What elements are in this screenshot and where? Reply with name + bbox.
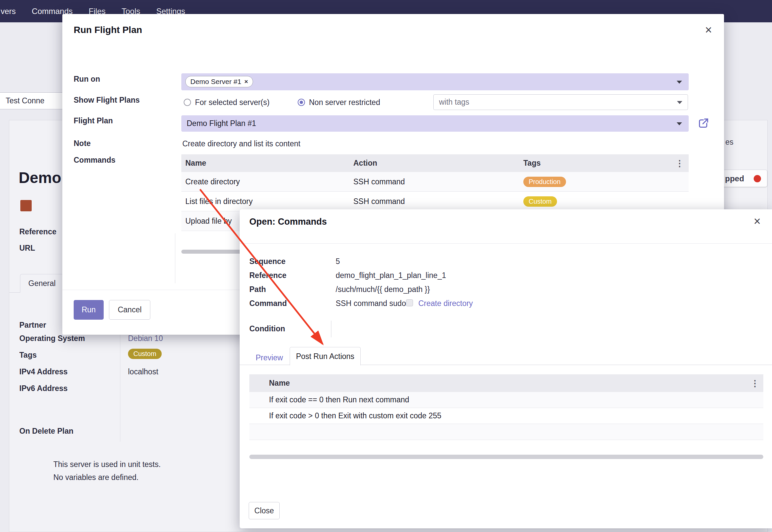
cell-action: SSH command (353, 197, 523, 206)
tags-label: Tags (19, 351, 37, 360)
ipv4-label: IPv4 Address (19, 367, 68, 376)
flight-plan-select[interactable]: Demo Flight Plan #1 (181, 115, 689, 132)
tab-preview[interactable]: Preview (250, 351, 288, 365)
command-value: SSH command sudo (336, 299, 406, 308)
external-link-icon[interactable] (697, 117, 709, 129)
tab-post-run-actions[interactable]: Post Run Actions (290, 347, 361, 365)
close-button[interactable]: Close (249, 502, 280, 519)
tab-general[interactable]: General (20, 274, 63, 293)
server-tag-label: Demo Server #1 (190, 78, 241, 86)
radio-selected-servers[interactable] (184, 99, 191, 106)
radio-non-server-restricted-label[interactable]: Non server restricted (309, 98, 380, 107)
col-name-header: Name (181, 159, 353, 168)
remove-tag-icon[interactable]: × (244, 78, 248, 85)
cancel-button[interactable]: Cancel (109, 300, 150, 320)
partner-label: Partner (19, 321, 46, 330)
server-page-title: Demo (19, 169, 61, 187)
os-value[interactable]: Debian 10 (128, 334, 163, 343)
col-tags-header: Tags (523, 159, 675, 168)
table-row[interactable]: If exit code == 0 then Run next command (249, 392, 763, 408)
commands-label: Commands (74, 156, 115, 165)
col-name-header: Name (249, 379, 751, 388)
run-on-server-select[interactable]: Demo Server #1 × (181, 73, 689, 90)
commands-modal-close-icon[interactable]: × (754, 215, 761, 227)
table-row-empty (249, 424, 763, 440)
reference-label: Reference (19, 227, 56, 236)
menu-servers-fragment[interactable]: vers (1, 7, 16, 16)
reference-field-label: Reference (249, 271, 286, 280)
condition-label: Condition (249, 324, 285, 333)
command-label: Command (249, 299, 287, 308)
path-label: Path (249, 285, 266, 294)
ipv4-value: localhost (128, 367, 158, 376)
command-checkbox[interactable] (406, 299, 413, 306)
cell-name: Create directory (181, 177, 353, 186)
run-on-label: Run on (74, 75, 100, 84)
radio-dot (300, 101, 303, 104)
commands-modal-title: Open: Commands (249, 217, 327, 227)
chatter-fragment: es (725, 138, 733, 147)
tag-production-badge: Production (523, 177, 566, 187)
url-label: URL (19, 244, 35, 253)
tab-general-label: General (28, 279, 56, 288)
cell-action: SSH command (353, 177, 523, 186)
field-separator (175, 233, 175, 283)
radio-selected-servers-label[interactable]: For selected server(s) (195, 98, 270, 107)
chevron-down-icon[interactable] (677, 81, 682, 84)
tags-value-badge[interactable]: Custom (128, 349, 162, 359)
test-connection-label: Test Conne (6, 96, 44, 105)
status-fragment-label: pped (725, 174, 744, 183)
unit-test-note-line1: This server is used in unit tests. (53, 460, 161, 469)
col-action-header: Action (353, 159, 523, 168)
ipv6-label: IPv6 Address (19, 384, 68, 393)
form-divider (120, 318, 120, 442)
table-row[interactable]: List files in directory SSH command Cust… (181, 192, 689, 211)
note-label: Note (74, 139, 91, 148)
flight-plan-label: Flight Plan (74, 116, 113, 125)
run-modal-title: Run Flight Plan (74, 25, 142, 35)
with-tags-placeholder: with tags (439, 98, 469, 107)
table-options-icon[interactable]: ⋮ (751, 379, 763, 388)
table-options-icon[interactable]: ⋮ (675, 159, 689, 168)
run-modal-close-icon[interactable]: × (705, 24, 712, 36)
with-tags-select[interactable]: with tags (433, 94, 688, 110)
plan-description: Create directory and list its content (182, 139, 300, 148)
chevron-down-icon[interactable] (677, 101, 682, 104)
on-delete-plan-label: On Delete Plan (19, 427, 73, 436)
sequence-value: 5 (336, 257, 340, 266)
unit-test-note-line2: No variables are defined. (53, 473, 139, 482)
open-commands-modal: Open: Commands × Sequence 5 Reference de… (240, 209, 772, 528)
status-stopped-dot-icon (754, 175, 761, 182)
server-tag-pill[interactable]: Demo Server #1 × (185, 76, 253, 87)
table-row[interactable]: If exit code > 0 then Exit with custom e… (249, 408, 763, 424)
horizontal-scrollbar[interactable] (249, 455, 763, 459)
cell-action-name: If exit code == 0 then Run next command (249, 395, 409, 404)
tab-preview-label: Preview (256, 353, 283, 362)
flight-plan-value: Demo Flight Plan #1 (187, 119, 256, 128)
reference-field-value: demo_flight_plan_1_plan_line_1 (336, 271, 446, 280)
sequence-label: Sequence (249, 257, 286, 266)
color-swatch[interactable] (20, 200, 32, 211)
cell-name: List files in directory (181, 197, 353, 206)
create-directory-link[interactable]: Create directory (418, 299, 473, 308)
modal-header-divider (240, 243, 772, 244)
tab-post-run-actions-label: Post Run Actions (296, 352, 354, 361)
show-flight-plans-label: Show Flight Plans (74, 96, 140, 105)
cell-action-name: If exit code > 0 then Exit with custom e… (249, 411, 441, 420)
tag-custom-badge: Custom (523, 196, 557, 207)
screen: vers Commands Files Tools Settings Test … (0, 0, 772, 532)
test-connection-button[interactable]: Test Conne (0, 92, 65, 109)
table-header-row: Name Action Tags ⋮ (181, 154, 689, 172)
os-label: Operating System (19, 334, 85, 343)
chevron-down-icon[interactable] (677, 122, 682, 125)
condition-field-divider (331, 321, 331, 337)
table-row[interactable]: Create directory SSH command Production (181, 172, 689, 192)
run-button[interactable]: Run (74, 300, 104, 320)
path-value: /such/much/{{ demo_path }} (336, 285, 430, 294)
radio-non-server-restricted[interactable] (298, 99, 305, 106)
post-run-actions-table: Name ⋮ If exit code == 0 then Run next c… (249, 374, 763, 440)
table-header-row: Name ⋮ (249, 374, 763, 392)
